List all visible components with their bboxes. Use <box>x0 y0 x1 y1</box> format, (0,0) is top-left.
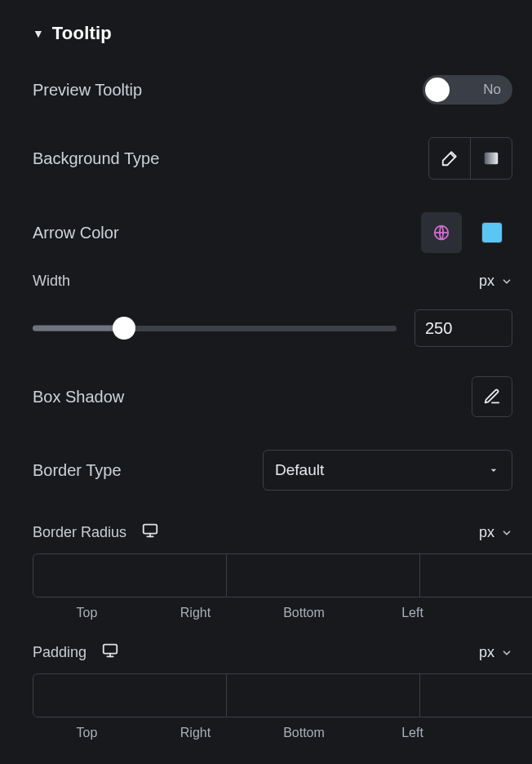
row-padding-header: Padding px <box>18 620 512 673</box>
padding-side-labels: Top Right Bottom Left <box>33 717 512 740</box>
svg-rect-0 <box>485 153 499 165</box>
row-border-radius-header: Border Radius px <box>18 507 512 553</box>
border-radius-top[interactable] <box>33 553 227 597</box>
padding-label: Padding <box>33 644 86 661</box>
chevron-down-icon <box>501 527 512 539</box>
svg-rect-3 <box>104 645 117 654</box>
desktop-icon[interactable] <box>141 522 159 544</box>
tooltip-panel: ▼ Tooltip Preview Tooltip No Background … <box>0 0 532 764</box>
arrow-color-global-button[interactable] <box>421 212 462 253</box>
row-box-shadow: Box Shadow <box>18 353 512 433</box>
section-header[interactable]: ▼ Tooltip <box>18 16 512 59</box>
chevron-down-icon <box>501 647 512 659</box>
slider-fill <box>33 326 124 331</box>
width-unit-select[interactable]: px <box>479 273 512 290</box>
pencil-icon <box>483 388 501 406</box>
svg-rect-2 <box>144 525 157 534</box>
toggle-knob <box>425 78 450 102</box>
row-width: Width px <box>18 269 512 353</box>
background-type-label: Background Type <box>33 149 159 168</box>
padding-inputs: Top Right Bottom Left <box>18 673 512 740</box>
side-label: Bottom <box>250 597 358 620</box>
border-radius-inputs: Top Right Bottom Left <box>18 553 512 620</box>
side-label: Right <box>141 717 250 740</box>
side-label: Left <box>358 597 467 620</box>
side-label: Top <box>33 597 141 620</box>
caret-down-icon <box>487 464 500 477</box>
toggle-state-text: No <box>483 82 501 98</box>
border-radius-right[interactable] <box>227 553 420 597</box>
slider-thumb[interactable] <box>113 317 135 340</box>
arrow-color-controls <box>421 212 512 253</box>
padding-right[interactable] <box>227 673 420 717</box>
row-background-type: Background Type <box>18 121 512 196</box>
brush-icon <box>441 149 459 167</box>
border-radius-label: Border Radius <box>33 524 126 541</box>
background-type-group <box>428 137 512 180</box>
side-label: Left <box>358 717 467 740</box>
row-border-type: Border Type Default <box>18 433 512 507</box>
globe-icon <box>432 224 450 242</box>
border-radius-unit-select[interactable]: px <box>479 524 512 541</box>
color-swatch <box>481 222 503 243</box>
unit-text: px <box>479 273 494 290</box>
arrow-color-label: Arrow Color <box>33 224 119 242</box>
border-type-select[interactable]: Default <box>263 450 512 491</box>
width-input[interactable] <box>415 309 512 347</box>
padding-bottom[interactable] <box>420 673 532 717</box>
background-solid-button[interactable] <box>429 138 470 179</box>
side-label: Top <box>33 717 141 740</box>
background-gradient-button[interactable] <box>471 138 512 179</box>
box-shadow-label: Box Shadow <box>33 388 124 406</box>
side-label: Bottom <box>250 717 358 740</box>
box-shadow-edit-button[interactable] <box>472 376 512 417</box>
row-preview-tooltip: Preview Tooltip No <box>18 59 512 121</box>
width-slider[interactable] <box>33 317 397 340</box>
arrow-color-swatch-button[interactable] <box>472 212 512 253</box>
preview-tooltip-toggle[interactable]: No <box>423 75 512 104</box>
preview-tooltip-label: Preview Tooltip <box>33 81 142 100</box>
border-type-label: Border Type <box>33 461 122 480</box>
gradient-icon <box>482 149 500 167</box>
row-arrow-color: Arrow Color <box>18 196 512 269</box>
padding-unit-select[interactable]: px <box>479 644 512 661</box>
caret-down-icon: ▼ <box>33 27 44 40</box>
width-label: Width <box>33 273 70 290</box>
border-radius-bottom[interactable] <box>420 553 532 597</box>
side-label: Right <box>141 597 250 620</box>
unit-text: px <box>479 644 494 661</box>
section-title: Tooltip <box>52 23 112 44</box>
chevron-down-icon <box>501 276 512 287</box>
padding-top[interactable] <box>33 673 227 717</box>
border-type-value: Default <box>275 461 324 479</box>
desktop-icon[interactable] <box>101 642 119 664</box>
border-radius-side-labels: Top Right Bottom Left <box>33 597 512 620</box>
unit-text: px <box>479 524 494 541</box>
